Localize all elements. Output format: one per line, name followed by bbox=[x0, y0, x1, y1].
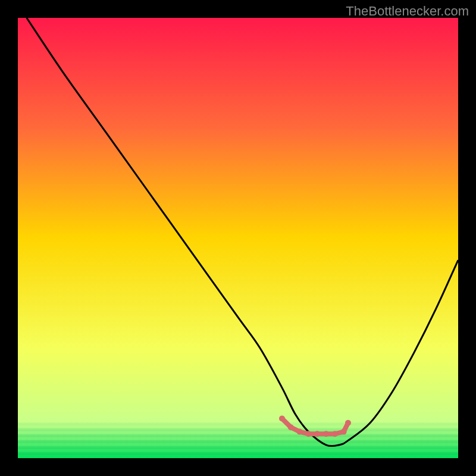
valley-marker bbox=[341, 429, 347, 435]
watermark-text: TheBottlenecker.com bbox=[346, 4, 469, 19]
chart-container: TheBottlenecker.com bbox=[0, 0, 476, 476]
valley-marker bbox=[323, 431, 329, 437]
valley-marker bbox=[345, 420, 351, 426]
valley-marker bbox=[297, 429, 303, 435]
valley-marker bbox=[288, 424, 294, 430]
valley-marker bbox=[305, 431, 311, 437]
green-band bbox=[18, 434, 458, 437]
chart-svg bbox=[18, 18, 458, 458]
green-band bbox=[18, 428, 458, 431]
plot-area bbox=[18, 18, 458, 458]
valley-marker bbox=[314, 431, 320, 437]
green-band bbox=[18, 452, 458, 455]
valley-marker bbox=[279, 415, 285, 421]
green-band bbox=[18, 422, 458, 425]
green-band bbox=[18, 446, 458, 449]
valley-marker bbox=[332, 431, 338, 437]
green-band bbox=[18, 440, 458, 443]
